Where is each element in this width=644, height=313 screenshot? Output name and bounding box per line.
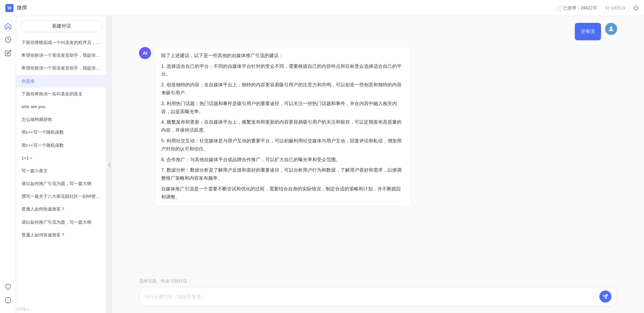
chat-area: 还有没 AI 除了上述建议，以下是一些其他的自媒体推广引流的建议： 1. 选择适… [112, 16, 644, 313]
user-id: ID:100519 [605, 5, 625, 10]
input-wrapper [139, 287, 617, 306]
chat-list-item[interactable]: 1+1＝ [16, 152, 106, 165]
ai-point: 6. 合作推广：与其他自媒体平台或品牌合作推广，可以扩大自己的曝光率和受众范围。 [161, 156, 404, 164]
chat-list-item[interactable]: 怎么做狗屎炒肉 [16, 113, 106, 126]
sidebar-icon-clock[interactable] [2, 34, 14, 46]
chat-list-item[interactable]: 下面你将模拟成一个叫圣友的程序员，我说... [16, 36, 106, 49]
chat-list-item[interactable]: 请以如何推广引流为题，写一篇大纲 [16, 216, 106, 229]
collapse-handle[interactable] [107, 16, 112, 313]
chat-list: 下面你将模拟成一个叫圣友的程序员，我说...希望你扮演一个英语发音助手，我提供给… [16, 36, 106, 241]
svg-marker-0 [5, 24, 11, 29]
icon-sidebar [0, 16, 16, 313]
ai-point: 4. 频繁发布和更新：在自媒体平台上，频繁发布和更新的内容更容易吸引用户的关注和… [161, 118, 404, 134]
ai-avatar: AI [139, 47, 151, 59]
chat-input[interactable] [145, 294, 596, 299]
usage-indicator: 📄 已使用：28822字 [556, 5, 597, 11]
new-chat-button[interactable]: 新建对话 [20, 20, 102, 32]
ai-intro-text: 除了上述建议，以下是一些其他的自媒体推广引流的建议： [161, 52, 404, 60]
chat-list-item[interactable]: who are you [16, 100, 106, 113]
topbar: W 微撰 📄 已使用：28822字 ID:100519 ⏻ [0, 0, 644, 16]
ai-message-bubble: 除了上述建议，以下是一些其他的自媒体推广引流的建议： 1. 选择适合自己的平台：… [155, 47, 410, 206]
chat-list-item[interactable]: 你是谁 [16, 75, 106, 88]
quick-topics-label: 选择话题，快速与我对话： [139, 278, 617, 284]
sidebar-icon-home[interactable] [2, 20, 14, 32]
sidebar-icon-edit[interactable] [2, 47, 14, 59]
chat-list-item[interactable]: 写一篇小黄文 [16, 165, 106, 177]
ai-points-list: 1. 选择适合自己的平台：不同的自媒体平台针对的受众不同，需要根据自己的内容特点… [161, 62, 404, 182]
icp-footer: ICP备2... [17, 307, 32, 312]
chat-messages: 还有没 AI 除了上述建议，以下是一些其他的自媒体推广引流的建议： 1. 选择适… [112, 16, 644, 278]
document-icon: 📄 [556, 5, 562, 11]
ai-point: 1. 选择适合自己的平台：不同的自媒体平台针对的受众不同，需要根据自己的内容特点… [161, 62, 404, 79]
chat-list-item[interactable]: 希望你扮演一个英语发音助手，我提供给你... [16, 62, 106, 75]
topbar-right: 📄 已使用：28822字 ID:100519 ⏻ [556, 5, 639, 11]
app-title: 微撰 [17, 5, 27, 11]
chat-list-item[interactable]: 下面你将扮演一名叫圣友的医生 [16, 88, 106, 100]
power-button[interactable]: ⏻ [633, 5, 639, 11]
sidebar-icon-shield[interactable] [2, 281, 14, 293]
ai-point: 3. 利用热门话题：热门话题和事件是吸引用户的重要途径，可以关注一些热门话题和事… [161, 100, 404, 116]
chat-sidebar: 新建对话 下面你将模拟成一个叫圣友的程序员，我说...希望你扮演一个英语发音助手… [16, 16, 107, 313]
user-message-text: 还有没 [581, 29, 595, 34]
ai-point: 5. 利用社交互动：社交媒体是与用户互动的重要平台，可以积极利用社交媒体与用户互… [161, 137, 404, 153]
topbar-left: W 微撰 [5, 4, 27, 12]
send-button[interactable] [599, 290, 611, 303]
chat-list-item[interactable]: 普通人如何快速致富？ [16, 229, 106, 241]
chat-list-item[interactable]: 请以如何推广引流为题，写一篇大纲 [16, 177, 106, 190]
main-layout: 新建对话 下面你将模拟成一个叫圣友的程序员，我说...希望你扮演一个英语发音助手… [0, 16, 644, 313]
chat-list-item[interactable]: 撰写一篇关于八大家花园社区一刻钟便民生... [16, 190, 106, 203]
ai-point: 2. 创造独特的内容：在自媒体平台上，独特的内容更容易吸引用户的注意力和共鸣，可… [161, 81, 404, 97]
sidebar-icon-info[interactable] [2, 294, 14, 306]
svg-point-5 [610, 27, 612, 29]
ai-message-row: AI 除了上述建议，以下是一些其他的自媒体推广引流的建议： 1. 选择适合自己的… [139, 47, 617, 206]
user-avatar [605, 23, 617, 35]
chat-list-item[interactable]: 普通人如何快速致富？ [16, 203, 106, 216]
chat-input-area: 选择话题，快速与我对话： [112, 278, 644, 313]
ai-outro-text: 自媒体推广引流是一个需要不断尝试和优化的过程，需要结合自身的实际情况，制定合适的… [161, 185, 404, 201]
usage-text: 已使用：28822字 [563, 5, 597, 11]
chat-list-item[interactable]: 用c++写一个随机函数 [16, 139, 106, 152]
app-logo: W [5, 4, 13, 12]
message-row: 还有没 [139, 23, 617, 40]
ai-point: 7. 数据分析：数据分析是了解用户反馈和喜好的重要途径，可以分析用户行为和数据，… [161, 166, 404, 182]
user-message-bubble: 还有没 [575, 23, 601, 40]
chat-list-item[interactable]: 用c++写一个随机函数 [16, 126, 106, 139]
chat-list-item[interactable]: 希望你扮演一个英语发音助手，我提供给你... [16, 49, 106, 62]
